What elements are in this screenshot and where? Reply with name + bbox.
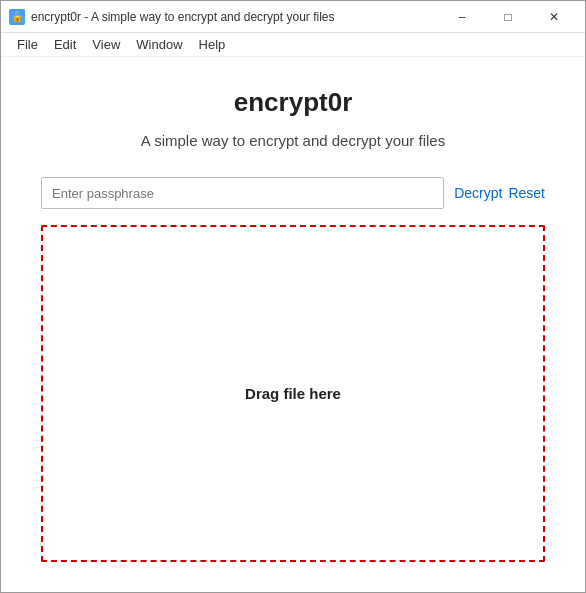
title-bar-text: encrypt0r - A simple way to encrypt and …: [31, 10, 334, 24]
app-window: 🔒 encrypt0r - A simple way to encrypt an…: [0, 0, 586, 593]
passphrase-input[interactable]: [41, 177, 444, 209]
drop-zone-label: Drag file here: [245, 385, 341, 402]
drop-zone[interactable]: Drag file here: [41, 225, 545, 562]
menu-bar: File Edit View Window Help: [1, 33, 585, 57]
maximize-button[interactable]: □: [485, 7, 531, 27]
passphrase-row: Decrypt Reset: [41, 177, 545, 209]
menu-item-file[interactable]: File: [9, 35, 46, 54]
main-content: encrypt0r A simple way to encrypt and de…: [1, 57, 585, 592]
menu-item-view[interactable]: View: [84, 35, 128, 54]
minimize-button[interactable]: –: [439, 7, 485, 27]
reset-button[interactable]: Reset: [508, 185, 545, 201]
close-button[interactable]: ✕: [531, 7, 577, 27]
app-title: encrypt0r: [234, 87, 353, 118]
app-subtitle: A simple way to encrypt and decrypt your…: [141, 132, 445, 149]
title-bar: 🔒 encrypt0r - A simple way to encrypt an…: [1, 1, 585, 33]
menu-item-help[interactable]: Help: [191, 35, 234, 54]
title-bar-left: 🔒 encrypt0r - A simple way to encrypt an…: [9, 9, 334, 25]
menu-item-window[interactable]: Window: [128, 35, 190, 54]
title-bar-controls: – □ ✕: [439, 7, 577, 27]
decrypt-button[interactable]: Decrypt: [454, 185, 502, 201]
app-icon: 🔒: [9, 9, 25, 25]
menu-item-edit[interactable]: Edit: [46, 35, 84, 54]
action-links: Decrypt Reset: [454, 185, 545, 201]
